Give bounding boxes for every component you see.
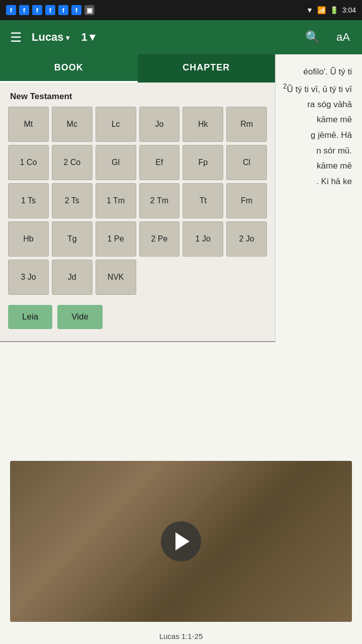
facebook-icon-6: f xyxy=(71,5,81,15)
video-player[interactable] xyxy=(10,461,352,622)
facebook-icon-2: f xyxy=(19,5,29,15)
book-1jo[interactable]: 1 Jo xyxy=(183,221,223,257)
font-size-button[interactable]: aA xyxy=(332,29,354,46)
book-2jo[interactable]: 2 Jo xyxy=(226,221,267,257)
signal-icon: 📶 xyxy=(317,6,326,14)
verse-text-5b: . Ki hā ke xyxy=(277,174,352,190)
book-arrow: ▾ xyxy=(66,34,69,42)
top-bar: ☰ Lucas ▾ 1 ▾ 🔍 aA xyxy=(0,20,362,54)
facebook-icon-1: f xyxy=(6,5,16,15)
books-grid: Mt Mc Lc Jo Hk Rm 1 Co 2 Co Gl Ef Fp Cl … xyxy=(0,107,275,295)
verse-text-3b: kāme mē xyxy=(277,112,352,128)
verse-text-3a: ra sóg vāhā xyxy=(277,97,352,113)
chapter-number: 1 xyxy=(81,31,87,44)
facebook-icon-3: f xyxy=(32,5,42,15)
book-mc[interactable]: Mc xyxy=(52,107,93,142)
tab-chapter[interactable]: CHAPTER xyxy=(138,54,276,83)
book-fm[interactable]: Fm xyxy=(226,183,267,218)
image-icon: ▣ xyxy=(84,5,95,15)
book-tg[interactable]: Tg xyxy=(52,221,93,257)
wifi-icon: ▼ xyxy=(306,6,313,14)
book-1co[interactable]: 1 Co xyxy=(8,145,49,180)
book-selector[interactable]: Lucas ▾ xyxy=(32,31,69,44)
action-buttons: Leia Vide xyxy=(0,295,275,333)
book-jo[interactable]: Jo xyxy=(139,107,180,142)
verse-text-4b: n sór mū. xyxy=(277,143,352,159)
book-mt[interactable]: Mt xyxy=(8,107,49,142)
status-bar-right: ▼ 📶 🔋 3:04 xyxy=(306,6,356,14)
leia-button[interactable]: Leia xyxy=(8,305,52,329)
book-hk[interactable]: Hk xyxy=(183,107,223,142)
verse-text-4a: g jēmē. Hā xyxy=(277,128,352,143)
book-jd[interactable]: Jd xyxy=(52,260,93,295)
book-2pe[interactable]: 2 Pe xyxy=(139,221,180,257)
book-name: Lucas xyxy=(32,31,64,44)
book-gl[interactable]: Gl xyxy=(96,145,136,180)
search-button[interactable]: 🔍 xyxy=(301,28,324,46)
book-1pe[interactable]: 1 Pe xyxy=(96,221,136,257)
book-tt[interactable]: Tt xyxy=(183,183,223,218)
dropdown-panel: BOOK CHAPTER New Testament Mt Mc Lc Jo H… xyxy=(0,54,276,342)
book-nvk[interactable]: NVK xyxy=(96,260,136,295)
book-2ts[interactable]: 2 Ts xyxy=(52,183,93,218)
tab-book[interactable]: BOOK xyxy=(0,54,138,83)
play-button[interactable] xyxy=(161,521,201,561)
book-ef[interactable]: Ef xyxy=(139,145,180,180)
verse-text-5a: kāme mē xyxy=(277,158,352,174)
book-1tm[interactable]: 1 Tm xyxy=(96,183,136,218)
verse-text-1: éofilo'. Ũ tý ti xyxy=(277,64,352,80)
book-1ts[interactable]: 1 Ts xyxy=(8,183,49,218)
video-caption: Lucas 1:1-25 xyxy=(10,632,352,640)
book-cl[interactable]: Cl xyxy=(226,145,267,180)
book-lc[interactable]: Lc xyxy=(96,107,136,142)
tabs-row: BOOK CHAPTER xyxy=(0,54,275,83)
book-2co[interactable]: 2 Co xyxy=(52,145,93,180)
facebook-icon-4: f xyxy=(45,5,55,15)
book-3jo[interactable]: 3 Jo xyxy=(8,260,49,295)
status-bar-left: f f f f f f ▣ xyxy=(6,5,95,15)
clock: 3:04 xyxy=(342,6,356,14)
menu-button[interactable]: ☰ xyxy=(8,28,24,47)
chapter-selector[interactable]: 1 ▾ xyxy=(81,31,95,44)
video-section: Lucas 1:1-25 xyxy=(10,461,352,640)
verse-text-2: 2Ũ tý ti vī, ū tý ti vī xyxy=(277,80,352,97)
book-2tm[interactable]: 2 Tm xyxy=(139,183,180,218)
book-rm[interactable]: Rm xyxy=(226,107,267,142)
book-fp[interactable]: Fp xyxy=(183,145,223,180)
vide-button[interactable]: Vide xyxy=(57,305,103,329)
facebook-icon-5: f xyxy=(58,5,68,15)
chapter-arrow: ▾ xyxy=(89,31,95,44)
battery-icon: 🔋 xyxy=(330,6,338,14)
section-heading: New Testament xyxy=(0,83,275,107)
book-hb[interactable]: Hb xyxy=(8,221,49,257)
status-bar: f f f f f f ▣ ▼ 📶 🔋 3:04 xyxy=(0,0,362,20)
